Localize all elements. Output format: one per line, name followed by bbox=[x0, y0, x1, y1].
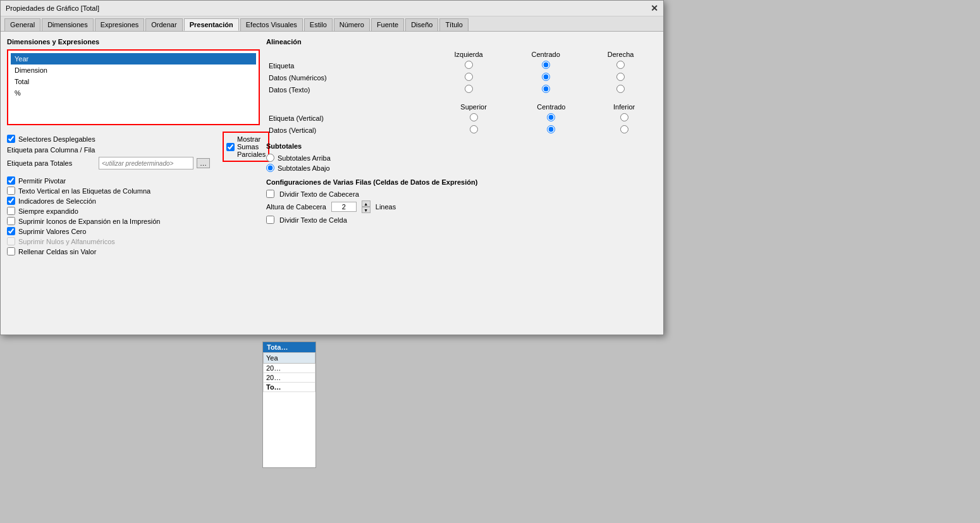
etiqueta-totales-input[interactable] bbox=[99, 157, 193, 169]
cb-suprimir-cero-input[interactable] bbox=[7, 227, 15, 235]
subtotales-arriba-radio[interactable] bbox=[266, 154, 274, 162]
align-radio-etiqueta-izq[interactable] bbox=[430, 59, 507, 71]
vert-th-sup: Superior bbox=[436, 102, 511, 112]
tab-numero[interactable]: Número bbox=[334, 18, 370, 31]
bottom-checkboxes: Permitir Pivotar Texto Vertical en las E… bbox=[7, 176, 260, 255]
align-radio-datosnum-cent[interactable] bbox=[507, 71, 584, 83]
cb-texto-vertical-input[interactable] bbox=[7, 187, 15, 195]
align-radio-datostxt-izq[interactable] bbox=[430, 83, 507, 95]
close-icon[interactable]: ✕ bbox=[651, 3, 658, 13]
alignment-section: Alineación Izquierda Centrado Derecha Et… bbox=[266, 38, 657, 136]
vert-radio-datos-cent[interactable] bbox=[511, 124, 592, 136]
dividir-cabecera-input[interactable] bbox=[266, 190, 274, 198]
field-etiqueta-col: Etiqueta para Columna / Fila bbox=[7, 146, 210, 154]
align-radio-etiqueta-der[interactable] bbox=[584, 59, 657, 71]
dim-item-dimension[interactable]: Dimension bbox=[11, 65, 256, 76]
spin-up[interactable]: ▲ bbox=[362, 200, 371, 207]
dim-item-pct[interactable]: % bbox=[11, 87, 256, 99]
align-vertical-table: Superior Centrado Inferior Etiqueta (Ver… bbox=[266, 102, 657, 136]
subtotales-abajo-radio[interactable] bbox=[266, 164, 274, 172]
checkbox-selectores-input[interactable] bbox=[7, 135, 15, 143]
panel5-header: Tota… bbox=[263, 342, 315, 352]
dividir-cabecera-row: Dividir Texto de Cabecera bbox=[266, 190, 657, 198]
field-etiqueta-col-label: Etiqueta para Columna / Fila bbox=[7, 146, 95, 154]
vert-label-datos: Datos (Vertical) bbox=[266, 124, 436, 136]
dialog-left: Dimensiones y Expresiones Year Dimension… bbox=[7, 38, 260, 321]
vert-th-cent: Centrado bbox=[511, 102, 592, 112]
subtotales-arriba-label: Subtotales Arriba bbox=[278, 154, 331, 162]
cb-indicadores: Indicadores de Selección bbox=[7, 197, 260, 205]
table-row: 20… bbox=[264, 373, 315, 383]
panel-partial: Tota… Yea 20… 20… To… bbox=[262, 341, 316, 468]
tab-presentacion[interactable]: Presentación bbox=[184, 18, 239, 31]
vert-row-etiqueta: Etiqueta (Vertical) bbox=[266, 112, 657, 124]
tab-dimensiones[interactable]: Dimensiones bbox=[42, 18, 94, 31]
cb-texto-vertical-label: Texto Vertical en las Etiquetas de Colum… bbox=[18, 187, 150, 195]
vert-radio-datos-sup[interactable] bbox=[436, 124, 511, 136]
vert-radio-datos-inf[interactable] bbox=[591, 124, 657, 136]
align-th-cent: Centrado bbox=[507, 49, 584, 59]
align-table: Izquierda Centrado Derecha Etiqueta bbox=[266, 49, 657, 95]
table-row: To… bbox=[264, 383, 315, 392]
vert-radio-etiqueta-inf[interactable] bbox=[591, 112, 657, 124]
cb-suprimir-nulos-label: Suprimir Nulos y Alfanuméricos bbox=[18, 238, 115, 245]
tab-efectos[interactable]: Efectos Visuales bbox=[240, 18, 303, 31]
multirow-label: Configuraciones de Varias Filas (Celdas … bbox=[266, 178, 657, 186]
cb-suprimir-iconos: Suprimir Iconos de Expansión en la Impre… bbox=[7, 217, 260, 225]
cb-permitir-input[interactable] bbox=[7, 176, 15, 185]
dialog-right: Alineación Izquierda Centrado Derecha Et… bbox=[266, 38, 657, 321]
tab-estilo[interactable]: Estilo bbox=[304, 18, 333, 31]
cb-siempre: Siempre expandido bbox=[7, 207, 260, 215]
cb-rellenar-input[interactable] bbox=[7, 247, 15, 255]
tab-diseno[interactable]: Diseño bbox=[405, 18, 438, 31]
subtotales-abajo-row: Subtotales Abajo bbox=[266, 164, 657, 172]
tab-titulo[interactable]: Título bbox=[439, 18, 469, 31]
table-row: 20… bbox=[264, 364, 315, 373]
altura-value-input[interactable] bbox=[331, 202, 357, 212]
tab-ordenar[interactable]: Ordenar bbox=[145, 18, 182, 31]
mostrar-sumas-container: Mostrar Sumas Parciales bbox=[223, 132, 269, 162]
vert-row-datos: Datos (Vertical) bbox=[266, 124, 657, 136]
vert-th-empty bbox=[266, 102, 436, 112]
align-radio-datostxt-der[interactable] bbox=[584, 83, 657, 95]
align-row-etiqueta: Etiqueta bbox=[266, 59, 657, 71]
align-radio-etiqueta-cent[interactable] bbox=[507, 59, 584, 71]
align-radio-datosnum-der[interactable] bbox=[584, 71, 657, 83]
lineas-label: Lineas bbox=[376, 203, 396, 211]
mostrar-sumas-input[interactable] bbox=[226, 143, 235, 151]
spin-down[interactable]: ▼ bbox=[362, 207, 371, 213]
browse-button[interactable]: … bbox=[197, 158, 210, 168]
properties-dialog: Propiedades de Gráfico [Total] ✕ General… bbox=[0, 0, 664, 335]
panel5-table: Yea 20… 20… To… bbox=[263, 352, 315, 392]
dividir-celda-input[interactable] bbox=[266, 216, 274, 224]
alignment-label: Alineación bbox=[266, 38, 657, 46]
dividir-cabecera-label: Dividir Texto de Cabecera bbox=[279, 190, 359, 198]
vert-radio-etiqueta-sup[interactable] bbox=[436, 112, 511, 124]
cb-indicadores-input[interactable] bbox=[7, 197, 15, 205]
vert-radio-etiqueta-cent[interactable] bbox=[511, 112, 592, 124]
align-label-etiqueta: Etiqueta bbox=[266, 59, 430, 71]
spin-buttons: ▲ ▼ bbox=[362, 200, 371, 213]
dim-item-year[interactable]: Year bbox=[11, 53, 256, 65]
align-radio-datostxt-cent[interactable] bbox=[507, 83, 584, 95]
cb-rellenar: Rellenar Celdas sin Valor bbox=[7, 247, 260, 255]
tab-expresiones[interactable]: Expresiones bbox=[95, 18, 145, 31]
tab-fuente[interactable]: Fuente bbox=[371, 18, 404, 31]
align-radio-datosnum-izq[interactable] bbox=[430, 71, 507, 83]
field-etiqueta-totales: Etiqueta para Totales … bbox=[7, 157, 210, 169]
cb-suprimir-cero-label: Suprimir Valores Cero bbox=[18, 228, 86, 235]
cb-suprimir-iconos-input[interactable] bbox=[7, 217, 15, 225]
cb-siempre-input[interactable] bbox=[7, 207, 15, 215]
align-th-izq: Izquierda bbox=[430, 49, 507, 59]
tab-general[interactable]: General bbox=[4, 18, 40, 31]
dialog-title-bar: Propiedades de Gráfico [Total] ✕ bbox=[1, 1, 663, 16]
mostrar-sumas-label: Mostrar Sumas Parciales bbox=[237, 135, 266, 158]
cb-rellenar-label: Rellenar Celdas sin Valor bbox=[18, 248, 96, 255]
dim-item-total[interactable]: Total bbox=[11, 76, 256, 87]
dialog-body: Dimensiones y Expresiones Year Dimension… bbox=[1, 32, 663, 328]
dividir-celda-label: Dividir Texto de Celda bbox=[279, 216, 347, 224]
cb-texto-vertical: Texto Vertical en las Etiquetas de Colum… bbox=[7, 187, 260, 195]
align-row-datos-num: Datos (Numéricos) bbox=[266, 71, 657, 83]
align-label-datos-num: Datos (Numéricos) bbox=[266, 71, 430, 83]
vert-label-etiqueta: Etiqueta (Vertical) bbox=[266, 112, 436, 124]
